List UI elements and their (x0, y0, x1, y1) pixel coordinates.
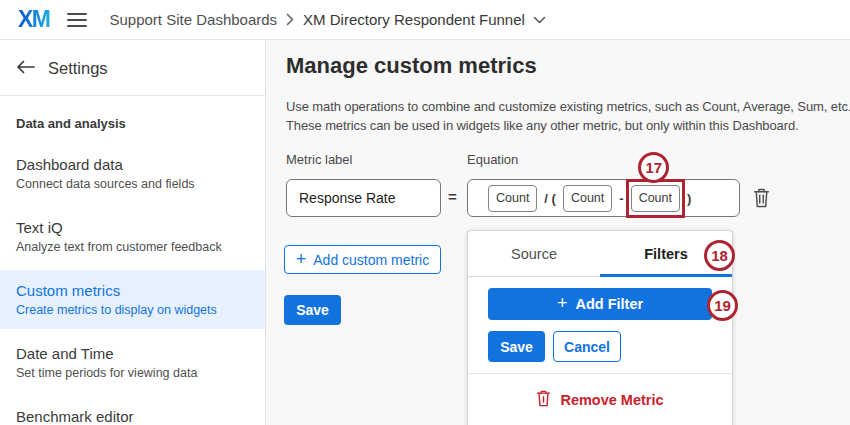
add-custom-metric-label: Add custom metric (313, 252, 429, 268)
trash-icon (753, 196, 770, 211)
breadcrumb-current-label: XM Directory Respondent Funnel (303, 11, 525, 28)
remove-metric-button[interactable]: Remove Metric (468, 390, 732, 410)
settings-sidebar: Settings Data and analysis Dashboard dat… (0, 40, 266, 425)
sidebar-item-title: Text iQ (16, 218, 249, 237)
back-arrow-icon (16, 59, 35, 78)
sidebar-item-subtitle: Set time periods for viewing data (16, 365, 249, 381)
save-metrics-button[interactable]: Save (284, 295, 341, 325)
settings-back-label: Settings (48, 59, 108, 78)
trash-icon-red (536, 390, 551, 410)
metric-label-input[interactable] (286, 179, 441, 217)
tab-source[interactable]: Source (468, 231, 600, 276)
main-content: Manage custom metrics Use math operation… (266, 40, 850, 425)
equation-minus-operator: - (619, 191, 623, 206)
sidebar-item-title: Dashboard data (16, 155, 249, 174)
chevron-right-icon (286, 13, 294, 26)
breadcrumb: Support Site Dashboards XM Directory Res… (110, 11, 546, 28)
sidebar-item-text-iq[interactable]: Text iQ Analyze text from customer feedb… (0, 207, 265, 266)
sidebar-nav: Dashboard data Connect data sources and … (0, 144, 265, 425)
chevron-down-icon (533, 16, 546, 24)
equation-label: Equation (467, 152, 518, 167)
add-custom-metric-button[interactable]: + Add custom metric (284, 245, 441, 274)
tab-filters[interactable]: Filters (600, 231, 732, 276)
popup-button-row: Save Cancel (488, 331, 712, 362)
xm-logo: XM (18, 6, 50, 33)
popup-tabs: Source Filters (468, 231, 732, 277)
breadcrumb-current-dashboard[interactable]: XM Directory Respondent Funnel (303, 11, 546, 28)
equation-box: Count / ( Count - Count 17 ) (467, 179, 740, 217)
sidebar-item-subtitle: Connect data sources and fields (16, 176, 249, 192)
sidebar-item-custom-metrics[interactable]: Custom metrics Create metrics to display… (0, 270, 265, 329)
sidebar-item-title: Benchmark editor (16, 407, 249, 425)
breadcrumb-dashboards-link[interactable]: Support Site Dashboards (110, 11, 278, 28)
sidebar-item-dashboard-data[interactable]: Dashboard data Connect data sources and … (0, 144, 265, 203)
plus-icon: + (557, 294, 568, 312)
popup-divider (468, 373, 732, 374)
page-title: Manage custom metrics (286, 53, 537, 79)
plus-icon: + (296, 250, 307, 268)
equation-close-paren: ) (687, 191, 691, 206)
metric-label-label: Metric label (286, 152, 352, 167)
equals-sign: = (448, 188, 457, 205)
equation-term-3-label: Count (639, 191, 672, 205)
popup-cancel-button[interactable]: Cancel (553, 331, 621, 362)
annotation-circle-17: 17 (638, 152, 669, 183)
hamburger-menu-button[interactable] (67, 13, 89, 27)
remove-metric-label: Remove Metric (560, 392, 663, 408)
popup-save-button[interactable]: Save (488, 331, 545, 362)
topbar: XM Support Site Dashboards XM Directory … (0, 0, 850, 40)
sidebar-item-title: Custom metrics (16, 281, 249, 300)
delete-metric-trash-button[interactable] (753, 188, 770, 211)
metric-editor-popup: Source Filters + Add Filter Save Cancel (467, 230, 733, 425)
equation-divide-operator: / ( (544, 191, 556, 206)
sidebar-item-date-and-time[interactable]: Date and Time Set time periods for viewi… (0, 333, 265, 392)
settings-back-button[interactable]: Settings (0, 40, 265, 96)
sidebar-item-subtitle: Create metrics to display on widgets (16, 302, 249, 318)
sidebar-section-label: Data and analysis (16, 116, 249, 131)
equation-term-1-button[interactable]: Count (488, 185, 537, 212)
sidebar-item-subtitle: Analyze text from customer feedback (16, 239, 249, 255)
sidebar-item-benchmark-editor[interactable]: Benchmark editor Add industry benchmarks (0, 396, 265, 425)
equation-term-2-button[interactable]: Count (563, 185, 612, 212)
add-filter-label: Add Filter (575, 296, 643, 312)
equation-term-3-button[interactable]: Count 17 (631, 185, 680, 212)
app-window: XM Support Site Dashboards XM Directory … (0, 0, 850, 425)
sidebar-item-title: Date and Time (16, 344, 249, 363)
page-description: Use math operations to combine and custo… (286, 97, 850, 135)
add-filter-button[interactable]: + Add Filter (488, 288, 712, 320)
